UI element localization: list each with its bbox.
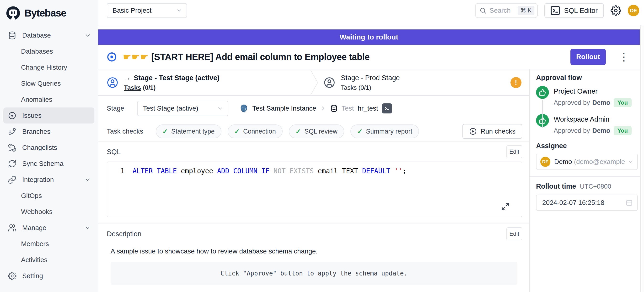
stage-tab-test[interactable]: →Stage - Test Stage (active) Tasks (0/1) bbox=[107, 69, 220, 96]
sidebar-item-gitops[interactable]: GitOps bbox=[3, 188, 94, 204]
expand-editor-icon[interactable] bbox=[501, 202, 510, 211]
description-text: A sample issue to showcase how to review… bbox=[110, 247, 522, 255]
person-circle-icon-blue bbox=[107, 77, 118, 88]
sidebar-item-members[interactable]: Members bbox=[3, 236, 94, 252]
assignee-avatar: DE bbox=[540, 157, 550, 167]
top-bar: Basic Project Search ⌘ K SQL Editor DE bbox=[98, 0, 644, 25]
stage-test-link[interactable]: Stage - Test Stage (active) bbox=[134, 74, 220, 82]
approved-thumbs-up-icon bbox=[536, 86, 549, 99]
link-icon bbox=[8, 176, 16, 184]
project-selector[interactable]: Basic Project bbox=[107, 3, 187, 18]
git-branch-icon bbox=[8, 127, 16, 136]
assignee-heading: Assignee bbox=[536, 142, 637, 150]
task-checks-label: Task checks bbox=[107, 127, 143, 135]
sidebar-item-manage[interactable]: Manage bbox=[3, 220, 94, 236]
postgresql-icon bbox=[239, 104, 248, 113]
open-in-sql-editor-icon[interactable] bbox=[382, 103, 392, 113]
sidebar-item-sync-schema[interactable]: Sync Schema bbox=[3, 156, 94, 172]
you-badge: You bbox=[614, 98, 632, 107]
approval-flow-heading: Approval flow bbox=[536, 74, 637, 82]
pencil-ruler-icon bbox=[8, 143, 16, 152]
sidebar-item-slow-queries[interactable]: Slow Queries bbox=[3, 75, 94, 91]
person-circle-icon-gray bbox=[324, 77, 335, 88]
user-avatar[interactable]: DE bbox=[628, 5, 639, 16]
stage-label: Stage bbox=[107, 105, 124, 112]
chevron-down-icon bbox=[84, 224, 91, 231]
description-heading: Description bbox=[107, 230, 142, 238]
sql-edit-button[interactable]: Edit bbox=[506, 145, 522, 158]
issue-side-panel: Approval flow Project Owner Approved byD… bbox=[529, 69, 640, 292]
sidebar-item-changelists[interactable]: Changelists bbox=[3, 139, 94, 156]
description-edit-button[interactable]: Edit bbox=[506, 227, 522, 240]
kebab-menu-icon[interactable]: ⋮ bbox=[616, 52, 632, 62]
run-checks-button[interactable]: Run checks bbox=[462, 124, 522, 139]
sidebar-item-issues[interactable]: Issues bbox=[3, 107, 94, 123]
check-icon: ✓ bbox=[234, 127, 240, 135]
rollout-time-input[interactable]: 2024-02-07 16:25:18 bbox=[536, 195, 638, 211]
rollout-time-heading: Rollout time bbox=[536, 182, 576, 190]
search-input[interactable]: Search ⌘ K bbox=[475, 3, 538, 18]
settings-gear-icon[interactable] bbox=[610, 5, 621, 16]
issues-icon bbox=[8, 111, 16, 120]
stage-tab-prod[interactable]: Stage - Prod Stage Tasks (0/1) bbox=[324, 69, 400, 96]
sidebar-item-change-history[interactable]: Change History bbox=[3, 59, 94, 75]
brand-name: Bytebase bbox=[24, 8, 66, 19]
terminal-icon bbox=[550, 6, 560, 15]
chevron-down-icon bbox=[627, 159, 634, 165]
current-stage-arrow: → bbox=[124, 74, 131, 82]
rollout-button[interactable]: Rollout bbox=[570, 49, 606, 65]
sql-editor-button[interactable]: SQL Editor bbox=[544, 3, 604, 18]
tasks-link[interactable]: Tasks bbox=[124, 84, 141, 91]
sidebar-item-integration[interactable]: Integration bbox=[3, 172, 94, 188]
check-pill-summary-report[interactable]: ✓Summary report bbox=[350, 124, 419, 138]
status-banner: Waiting to rollout bbox=[98, 30, 640, 45]
stage-selector-bar: Stage Test Stage (active) Test Sample In… bbox=[98, 96, 529, 121]
database-name[interactable]: hr_test bbox=[358, 105, 378, 112]
check-pill-sql-review[interactable]: ✓SQL review bbox=[289, 124, 344, 138]
check-icon: ✓ bbox=[296, 127, 301, 135]
check-icon: ✓ bbox=[162, 127, 168, 135]
database-icon bbox=[8, 31, 16, 40]
scrollbar-track[interactable] bbox=[640, 25, 644, 292]
pointing-hand-emoji: ☛☛☛ bbox=[123, 52, 149, 62]
chevron-down-icon bbox=[176, 8, 182, 14]
sidebar-item-setting[interactable]: Setting bbox=[3, 268, 94, 284]
sidebar-item-webhooks[interactable]: Webhooks bbox=[3, 204, 94, 220]
instance-name[interactable]: Test Sample Instance bbox=[252, 105, 316, 112]
approval-connector-line bbox=[542, 100, 543, 128]
check-pill-statement-type[interactable]: ✓Statement type bbox=[156, 124, 222, 138]
approval-step-project-owner: Project Owner Approved byDemoYou bbox=[536, 86, 637, 107]
sidebar-nav: Database Databases Change History Slow Q… bbox=[0, 21, 98, 284]
you-badge: You bbox=[614, 126, 632, 135]
stage-separator bbox=[310, 69, 319, 96]
keyboard-shortcut-badge: ⌘ K bbox=[518, 6, 534, 15]
stage-alert-badge: ! bbox=[510, 77, 522, 88]
environment-tag: Test bbox=[342, 105, 354, 112]
sidebar-item-databases[interactable]: Databases bbox=[3, 43, 94, 59]
check-icon: ✓ bbox=[357, 127, 362, 135]
bytebase-logo[interactable]: Bytebase bbox=[0, 0, 98, 21]
stage-tabs: →Stage - Test Stage (active) Tasks (0/1)… bbox=[98, 69, 529, 96]
bytebase-app: Bytebase Database Databases Change Histo… bbox=[0, 0, 644, 292]
page-title: ☛☛☛[START HERE] Add email column to Empl… bbox=[123, 52, 370, 62]
sidebar-item-activities[interactable]: Activities bbox=[3, 252, 94, 268]
sidebar-item-database[interactable]: Database bbox=[3, 27, 94, 43]
check-pill-connection[interactable]: ✓Connection bbox=[228, 124, 282, 138]
users-icon bbox=[8, 224, 16, 232]
chevron-down-icon bbox=[84, 32, 91, 39]
sql-editor[interactable]: 1 ALTER TABLE employee ADD COLUMN IF NOT… bbox=[107, 162, 522, 217]
stage-select-dropdown[interactable]: Test Stage (active) bbox=[137, 101, 228, 116]
calendar-icon bbox=[625, 199, 633, 207]
issue-title-row: ☛☛☛[START HERE] Add email column to Empl… bbox=[98, 45, 640, 69]
bytebase-logo-icon bbox=[6, 6, 20, 21]
assignee-dropdown[interactable]: DE Demo (demo@example bbox=[536, 154, 638, 170]
database-icon bbox=[330, 105, 338, 112]
approval-flow: Project Owner Approved byDemoYou Workspa… bbox=[536, 86, 637, 135]
sql-heading: SQL bbox=[107, 148, 121, 156]
sync-icon bbox=[8, 160, 16, 168]
sidebar: Bytebase Database Databases Change Histo… bbox=[0, 0, 98, 292]
sidebar-item-branches[interactable]: Branches bbox=[3, 123, 94, 139]
line-number: 1 bbox=[107, 166, 124, 176]
sql-statement: ALTER TABLE employee ADD COLUMN IF NOT E… bbox=[132, 166, 406, 176]
sidebar-item-anomalies[interactable]: Anomalies bbox=[3, 91, 94, 107]
